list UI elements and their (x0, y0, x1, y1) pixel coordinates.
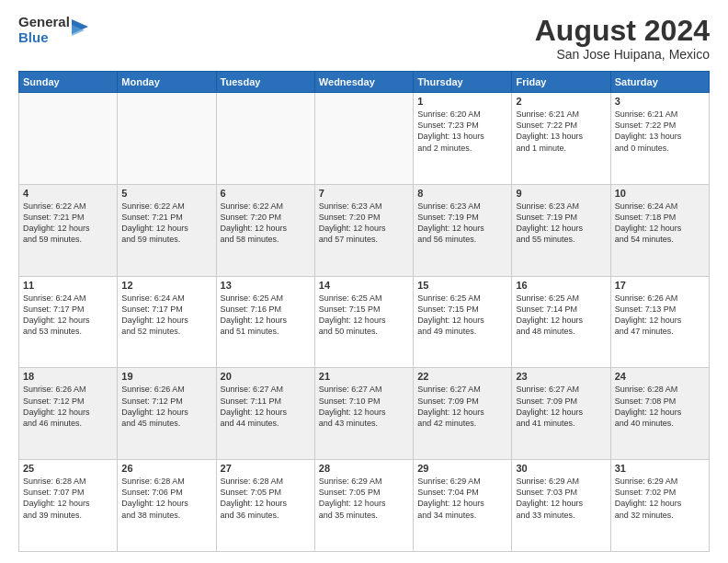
day-info: Sunrise: 6:26 AM Sunset: 7:12 PM Dayligh… (23, 384, 113, 429)
table-row: 21Sunrise: 6:27 AM Sunset: 7:10 PM Dayli… (314, 368, 413, 460)
day-number: 16 (516, 280, 606, 291)
day-number: 9 (516, 188, 606, 199)
header-thursday: Thursday (414, 72, 512, 93)
table-row: 9Sunrise: 6:23 AM Sunset: 7:19 PM Daylig… (512, 184, 610, 276)
table-row: 29Sunrise: 6:29 AM Sunset: 7:04 PM Dayli… (414, 460, 512, 552)
day-number: 31 (615, 463, 705, 474)
day-number: 18 (23, 371, 113, 382)
day-number: 4 (23, 188, 113, 199)
day-number: 10 (615, 188, 705, 199)
table-row: 4Sunrise: 6:22 AM Sunset: 7:21 PM Daylig… (19, 184, 118, 276)
header-sunday: Sunday (19, 72, 118, 93)
day-number: 28 (319, 463, 409, 474)
day-info: Sunrise: 6:23 AM Sunset: 7:19 PM Dayligh… (417, 201, 507, 246)
table-row: 22Sunrise: 6:27 AM Sunset: 7:09 PM Dayli… (414, 368, 512, 460)
day-info: Sunrise: 6:25 AM Sunset: 7:14 PM Dayligh… (516, 293, 606, 338)
day-info: Sunrise: 6:24 AM Sunset: 7:18 PM Dayligh… (615, 201, 705, 246)
day-number: 27 (221, 463, 311, 474)
day-info: Sunrise: 6:22 AM Sunset: 7:20 PM Dayligh… (221, 201, 311, 246)
day-info: Sunrise: 6:28 AM Sunset: 7:07 PM Dayligh… (23, 476, 113, 521)
day-number: 1 (417, 96, 507, 107)
day-info: Sunrise: 6:25 AM Sunset: 7:15 PM Dayligh… (417, 293, 507, 338)
day-info: Sunrise: 6:24 AM Sunset: 7:17 PM Dayligh… (23, 293, 113, 338)
logo-blue-text: Blue (18, 30, 70, 46)
calendar-header-row: Sunday Monday Tuesday Wednesday Thursday… (19, 72, 710, 93)
day-info: Sunrise: 6:25 AM Sunset: 7:16 PM Dayligh… (221, 293, 311, 338)
calendar-table: Sunday Monday Tuesday Wednesday Thursday… (18, 71, 710, 552)
day-info: Sunrise: 6:29 AM Sunset: 7:04 PM Dayligh… (417, 476, 507, 521)
day-number: 17 (615, 280, 705, 291)
calendar-week-row: 25Sunrise: 6:28 AM Sunset: 7:07 PM Dayli… (19, 460, 710, 552)
header-saturday: Saturday (610, 72, 709, 93)
table-row: 18Sunrise: 6:26 AM Sunset: 7:12 PM Dayli… (19, 368, 118, 460)
table-row (118, 93, 216, 185)
day-info: Sunrise: 6:25 AM Sunset: 7:15 PM Dayligh… (319, 293, 409, 338)
day-number: 19 (121, 371, 211, 382)
day-number: 26 (121, 463, 211, 474)
table-row: 30Sunrise: 6:29 AM Sunset: 7:03 PM Dayli… (512, 460, 610, 552)
day-number: 11 (23, 280, 113, 291)
calendar-week-row: 1Sunrise: 6:20 AM Sunset: 7:23 PM Daylig… (19, 93, 710, 185)
day-number: 23 (516, 371, 606, 382)
title-section: August 2024 San Jose Huipana, Mexico (535, 15, 710, 62)
day-info: Sunrise: 6:22 AM Sunset: 7:21 PM Dayligh… (121, 201, 211, 246)
day-info: Sunrise: 6:23 AM Sunset: 7:20 PM Dayligh… (319, 201, 409, 246)
table-row (19, 93, 118, 185)
table-row: 25Sunrise: 6:28 AM Sunset: 7:07 PM Dayli… (19, 460, 118, 552)
table-row: 14Sunrise: 6:25 AM Sunset: 7:15 PM Dayli… (314, 276, 413, 368)
calendar-week-row: 4Sunrise: 6:22 AM Sunset: 7:21 PM Daylig… (19, 184, 710, 276)
table-row: 23Sunrise: 6:27 AM Sunset: 7:09 PM Dayli… (512, 368, 610, 460)
header-wednesday: Wednesday (314, 72, 413, 93)
day-number: 25 (23, 463, 113, 474)
table-row: 5Sunrise: 6:22 AM Sunset: 7:21 PM Daylig… (118, 184, 216, 276)
day-number: 2 (516, 96, 606, 107)
header-tuesday: Tuesday (216, 72, 314, 93)
table-row (216, 93, 314, 185)
table-row: 6Sunrise: 6:22 AM Sunset: 7:20 PM Daylig… (216, 184, 314, 276)
table-row: 20Sunrise: 6:27 AM Sunset: 7:11 PM Dayli… (216, 368, 314, 460)
day-info: Sunrise: 6:20 AM Sunset: 7:23 PM Dayligh… (417, 109, 507, 154)
day-info: Sunrise: 6:27 AM Sunset: 7:09 PM Dayligh… (516, 384, 606, 429)
page: General Blue August 2024 San Jose Huipan… (0, 0, 728, 563)
logo: General Blue (18, 15, 88, 45)
table-row (314, 93, 413, 185)
day-number: 8 (417, 188, 507, 199)
day-info: Sunrise: 6:28 AM Sunset: 7:05 PM Dayligh… (221, 476, 311, 521)
day-number: 13 (221, 280, 311, 291)
day-number: 12 (121, 280, 211, 291)
day-info: Sunrise: 6:29 AM Sunset: 7:02 PM Dayligh… (615, 476, 705, 521)
day-info: Sunrise: 6:28 AM Sunset: 7:08 PM Dayligh… (615, 384, 705, 429)
day-info: Sunrise: 6:27 AM Sunset: 7:09 PM Dayligh… (417, 384, 507, 429)
table-row: 12Sunrise: 6:24 AM Sunset: 7:17 PM Dayli… (118, 276, 216, 368)
day-info: Sunrise: 6:26 AM Sunset: 7:13 PM Dayligh… (615, 293, 705, 338)
header-friday: Friday (512, 72, 610, 93)
day-info: Sunrise: 6:27 AM Sunset: 7:11 PM Dayligh… (221, 384, 311, 429)
table-row: 27Sunrise: 6:28 AM Sunset: 7:05 PM Dayli… (216, 460, 314, 552)
day-number: 21 (319, 371, 409, 382)
table-row: 17Sunrise: 6:26 AM Sunset: 7:13 PM Dayli… (610, 276, 709, 368)
logo-icon (72, 19, 88, 40)
table-row: 31Sunrise: 6:29 AM Sunset: 7:02 PM Dayli… (610, 460, 709, 552)
day-number: 14 (319, 280, 409, 291)
logo-general-text: General (18, 15, 70, 30)
day-info: Sunrise: 6:28 AM Sunset: 7:06 PM Dayligh… (121, 476, 211, 521)
day-number: 20 (221, 371, 311, 382)
day-number: 15 (417, 280, 507, 291)
table-row: 10Sunrise: 6:24 AM Sunset: 7:18 PM Dayli… (610, 184, 709, 276)
day-info: Sunrise: 6:22 AM Sunset: 7:21 PM Dayligh… (23, 201, 113, 246)
table-row: 15Sunrise: 6:25 AM Sunset: 7:15 PM Dayli… (414, 276, 512, 368)
table-row: 2Sunrise: 6:21 AM Sunset: 7:22 PM Daylig… (512, 93, 610, 185)
day-number: 30 (516, 463, 606, 474)
day-number: 3 (615, 96, 705, 107)
table-row: 16Sunrise: 6:25 AM Sunset: 7:14 PM Dayli… (512, 276, 610, 368)
calendar-week-row: 11Sunrise: 6:24 AM Sunset: 7:17 PM Dayli… (19, 276, 710, 368)
month-title: August 2024 (535, 15, 710, 47)
header-monday: Monday (118, 72, 216, 93)
table-row: 7Sunrise: 6:23 AM Sunset: 7:20 PM Daylig… (314, 184, 413, 276)
table-row: 24Sunrise: 6:28 AM Sunset: 7:08 PM Dayli… (610, 368, 709, 460)
day-number: 7 (319, 188, 409, 199)
table-row: 3Sunrise: 6:21 AM Sunset: 7:22 PM Daylig… (610, 93, 709, 185)
day-info: Sunrise: 6:26 AM Sunset: 7:12 PM Dayligh… (121, 384, 211, 429)
header: General Blue August 2024 San Jose Huipan… (18, 15, 710, 62)
table-row: 13Sunrise: 6:25 AM Sunset: 7:16 PM Dayli… (216, 276, 314, 368)
